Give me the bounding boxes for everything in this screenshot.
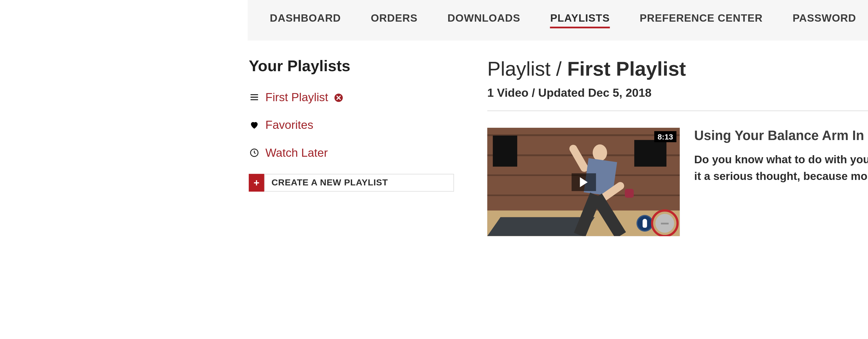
page-title: Playlist / First Playlist bbox=[487, 57, 868, 80]
playlist-item-first-playlist[interactable]: First Playlist bbox=[249, 90, 454, 104]
playlist-item-label: Favorites bbox=[266, 118, 313, 132]
plus-icon: + bbox=[249, 174, 264, 192]
list-icon bbox=[249, 92, 260, 102]
playlist-main: Playlist / First Playlist 1 Video / Upda… bbox=[487, 57, 868, 236]
video-description: Do you know what to do with your balance… bbox=[694, 151, 868, 185]
video-info: Using Your Balance Arm In Bowling ▼▲ Do … bbox=[694, 128, 868, 185]
playlist-meta: 1 Video / Updated Dec 5, 2018 bbox=[487, 86, 652, 100]
sidebar-heading: Your Playlists bbox=[249, 57, 454, 75]
account-tabs: DASHBOARD ORDERS DOWNLOADS PLAYLISTS PRE… bbox=[247, 0, 868, 40]
tab-password[interactable]: PASSWORD bbox=[793, 12, 856, 28]
thumbnail-person bbox=[554, 139, 643, 236]
tab-playlists[interactable]: PLAYLISTS bbox=[550, 12, 610, 28]
tab-dashboard[interactable]: DASHBOARD bbox=[270, 12, 341, 28]
video-duration-badge: 8:13 bbox=[654, 131, 676, 142]
playlist-item-label: Watch Later bbox=[266, 146, 328, 159]
thumbnail-art-frame bbox=[493, 136, 517, 167]
video-title[interactable]: Using Your Balance Arm In Bowling bbox=[694, 128, 868, 143]
playlist-item-watch-later[interactable]: Watch Later bbox=[249, 146, 454, 159]
clock-icon bbox=[249, 148, 260, 158]
video-row: 8:13 Using Your Balance Arm In Bowling ▼… bbox=[487, 128, 868, 236]
tab-preference-center[interactable]: PREFERENCE CENTER bbox=[640, 12, 763, 28]
playlist-list: First Playlist Favorites bbox=[249, 90, 454, 159]
playlist-item-label: First Playlist bbox=[266, 90, 328, 104]
page-title-prefix: Playlist / bbox=[487, 57, 567, 80]
tab-orders[interactable]: ORDERS bbox=[371, 12, 417, 28]
page-title-name: First Playlist bbox=[567, 57, 686, 80]
bowling-pin-icon[interactable] bbox=[637, 215, 653, 231]
delete-playlist-icon[interactable] bbox=[334, 91, 343, 103]
divider bbox=[487, 111, 868, 111]
create-playlist-label: CREATE A NEW PLAYLIST bbox=[264, 174, 454, 192]
play-icon[interactable] bbox=[571, 173, 596, 191]
tab-downloads[interactable]: DOWNLOADS bbox=[447, 12, 520, 28]
create-playlist-button[interactable]: + CREATE A NEW PLAYLIST bbox=[249, 174, 454, 192]
video-thumbnail[interactable]: 8:13 bbox=[487, 128, 680, 236]
playlists-sidebar: Your Playlists First Playlist bbox=[249, 57, 454, 191]
remove-from-playlist-icon[interactable] bbox=[655, 214, 674, 233]
playlist-item-favorites[interactable]: Favorites bbox=[249, 118, 454, 132]
heart-icon bbox=[249, 120, 260, 130]
